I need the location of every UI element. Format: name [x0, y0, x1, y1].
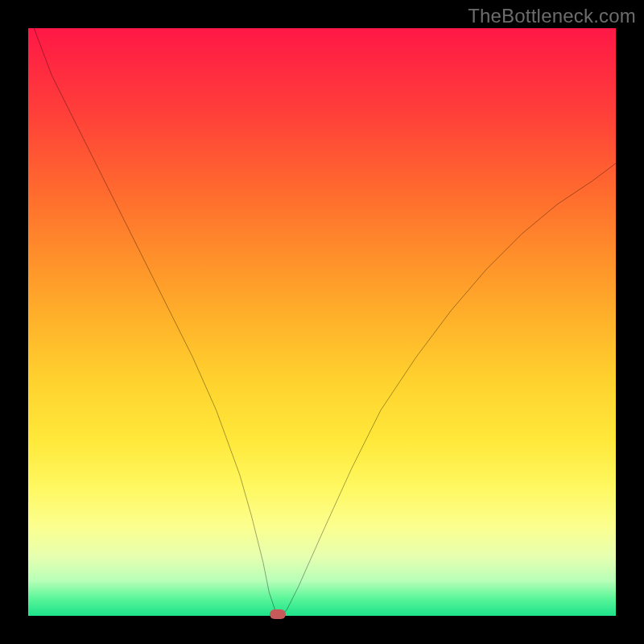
minimum-marker [270, 609, 286, 619]
plot-area [28, 28, 616, 616]
bottleneck-curve [28, 28, 616, 616]
watermark-text: TheBottleneck.com [468, 5, 636, 27]
chart-frame: TheBottleneck.com [0, 0, 644, 644]
